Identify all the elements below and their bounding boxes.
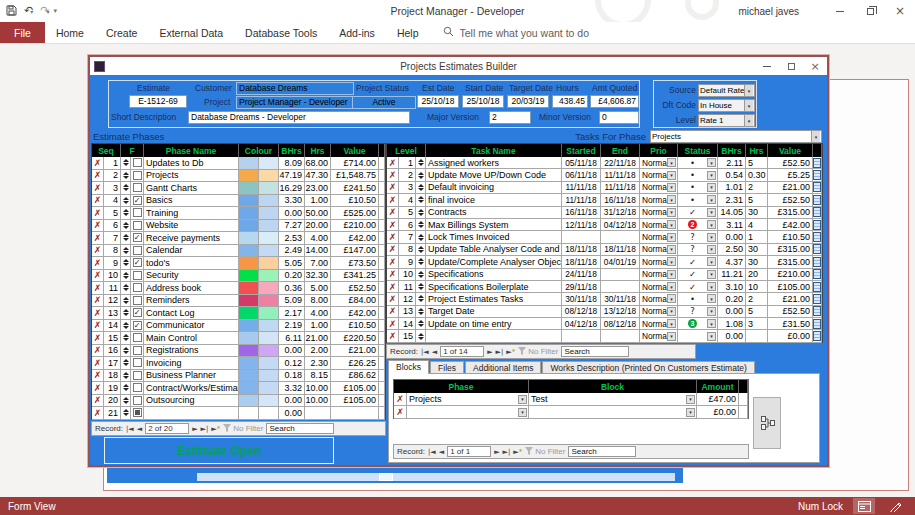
colour-swatch-2[interactable]: [259, 182, 279, 194]
phase-checkbox[interactable]: [133, 396, 142, 405]
colour-swatch-1[interactable]: [239, 270, 259, 282]
phase-seq-cell[interactable]: 11: [104, 282, 121, 294]
colour-swatch-2[interactable]: [259, 407, 279, 419]
phase-hrs-cell[interactable]: 1.00: [305, 195, 331, 207]
chevron-down-icon[interactable]: ▾: [707, 183, 716, 192]
phase-checkbox[interactable]: [133, 346, 142, 355]
colour-swatch-2[interactable]: [259, 357, 279, 369]
phase-checkbox[interactable]: [133, 183, 142, 192]
colour-swatch-1[interactable]: [239, 232, 259, 244]
builder-button[interactable]: [813, 182, 822, 193]
tab-blocks[interactable]: Blocks: [388, 360, 429, 374]
task-end-cell[interactable]: 11/11/18: [601, 182, 640, 193]
phase-value-cell[interactable]: £105.00: [331, 395, 379, 407]
task-bhrs-cell[interactable]: 1.08: [718, 318, 746, 329]
delete-record-icon[interactable]: ✗: [92, 195, 104, 207]
phase-hrs-cell[interactable]: 68.00: [305, 157, 331, 169]
qat-customize-icon[interactable]: ▾: [53, 7, 57, 15]
block-phase-combo[interactable]: Projects▾: [407, 393, 529, 405]
colour-swatch-2[interactable]: [259, 332, 279, 344]
horizontal-scrollbar[interactable]: [197, 473, 675, 481]
phase-value-cell[interactable]: £21.00: [331, 345, 379, 357]
phase-bhrs-cell[interactable]: 16.29: [279, 182, 305, 194]
task-status-combo[interactable]: ▾: [678, 330, 718, 341]
chevron-down-icon[interactable]: ▾: [744, 100, 753, 111]
delete-record-icon[interactable]: ✗: [387, 244, 399, 255]
phase-bhrs-cell[interactable]: 0.18: [279, 370, 305, 382]
task-hrs-cell[interactable]: 30: [746, 244, 768, 255]
task-hrs-cell[interactable]: 3: [746, 318, 768, 329]
minor-version-field[interactable]: 0: [599, 111, 639, 124]
task-level-cell[interactable]: 10: [399, 269, 416, 280]
chevron-down-icon[interactable]: ▾: [707, 332, 716, 341]
phase-name-cell[interactable]: Basics: [144, 195, 239, 207]
phase-seq-cell[interactable]: 18: [104, 370, 121, 382]
builder-button[interactable]: [813, 269, 822, 280]
phase-value-cell[interactable]: £10.50: [331, 195, 379, 207]
redo-icon[interactable]: ↷▾: [40, 0, 49, 23]
chevron-down-icon[interactable]: ▾: [667, 257, 676, 266]
phase-checkbox[interactable]: ✓: [133, 321, 142, 330]
colour-swatch-1[interactable]: [239, 345, 259, 357]
colour-swatch-2[interactable]: [259, 270, 279, 282]
task-started-cell[interactable]: 16/11/18: [562, 207, 601, 218]
builder-button[interactable]: [813, 330, 822, 341]
delete-record-icon[interactable]: ✗: [92, 345, 104, 357]
spinner[interactable]: [121, 270, 131, 282]
delete-record-icon[interactable]: ✗: [92, 207, 104, 219]
task-name-cell[interactable]: final invoice: [426, 194, 562, 205]
phase-seq-cell[interactable]: 5: [104, 207, 121, 219]
task-end-cell[interactable]: [601, 281, 640, 292]
phase-checkbox[interactable]: [133, 158, 142, 167]
delete-record-icon[interactable]: ✗: [387, 281, 399, 292]
delete-record-icon[interactable]: ✗: [92, 157, 104, 169]
colour-swatch-2[interactable]: [259, 195, 279, 207]
spinner[interactable]: [416, 231, 426, 242]
task-hrs-cell[interactable]: 0.30: [746, 169, 768, 180]
delete-record-icon[interactable]: ✗: [387, 318, 399, 329]
phase-value-cell[interactable]: £714.00: [331, 157, 379, 169]
chevron-down-icon[interactable]: ▾: [811, 131, 820, 142]
chevron-down-icon[interactable]: ▾: [667, 332, 676, 341]
restore-icon[interactable]: [855, 0, 885, 22]
delete-record-icon[interactable]: ✗: [92, 332, 104, 344]
spinner[interactable]: [121, 245, 131, 257]
phase-hrs-cell[interactable]: 5.00: [305, 282, 331, 294]
chevron-down-icon[interactable]: ▾: [667, 158, 676, 167]
blocks-first-record-button[interactable]: |◄: [428, 448, 436, 456]
phase-name-cell[interactable]: Training: [144, 207, 239, 219]
phase-value-cell[interactable]: [331, 407, 379, 419]
task-value-cell[interactable]: £5.25: [768, 169, 813, 180]
spinner[interactable]: [416, 330, 426, 341]
phase-hrs-cell[interactable]: 23.00: [305, 182, 331, 194]
task-end-cell[interactable]: 04/12/18: [601, 219, 640, 230]
task-started-cell[interactable]: [562, 231, 601, 242]
phase-hrs-cell[interactable]: 20.00: [305, 220, 331, 232]
est-date-field[interactable]: 25/10/18: [417, 95, 459, 108]
phase-checkbox[interactable]: [133, 221, 142, 230]
estimate-number-field[interactable]: E-1512-69: [129, 95, 187, 108]
project-status-field[interactable]: Active: [352, 96, 416, 109]
builder-button[interactable]: [813, 219, 822, 230]
colour-swatch-1[interactable]: [239, 282, 259, 294]
spinner[interactable]: [121, 157, 131, 169]
chevron-down-icon[interactable]: ▾: [744, 85, 753, 96]
task-value-cell[interactable]: £105.00: [768, 281, 813, 292]
task-bhrs-cell[interactable]: 0.00: [718, 231, 746, 242]
delete-record-icon[interactable]: ✗: [92, 232, 104, 244]
tab-help[interactable]: Help: [386, 22, 430, 43]
task-hrs-cell[interactable]: 20: [746, 269, 768, 280]
block-name-combo[interactable]: ▾: [529, 406, 697, 418]
chevron-down-icon[interactable]: ▾: [707, 208, 716, 217]
task-level-cell[interactable]: 11: [399, 281, 416, 292]
phase-bhrs-cell[interactable]: 0.00: [279, 345, 305, 357]
colour-swatch-1[interactable]: [239, 407, 259, 419]
spinner[interactable]: [416, 219, 426, 230]
delete-record-icon[interactable]: ✗: [92, 220, 104, 232]
phase-value-cell[interactable]: £73.50: [331, 257, 379, 269]
phase-hrs-cell[interactable]: 4.00: [305, 307, 331, 319]
phase-hrs-cell[interactable]: 8.15: [305, 370, 331, 382]
delete-record-icon[interactable]: ✗: [92, 395, 104, 407]
task-end-cell[interactable]: 11/11/18: [601, 169, 640, 180]
task-prio-combo[interactable]: Normal▾: [640, 194, 678, 205]
